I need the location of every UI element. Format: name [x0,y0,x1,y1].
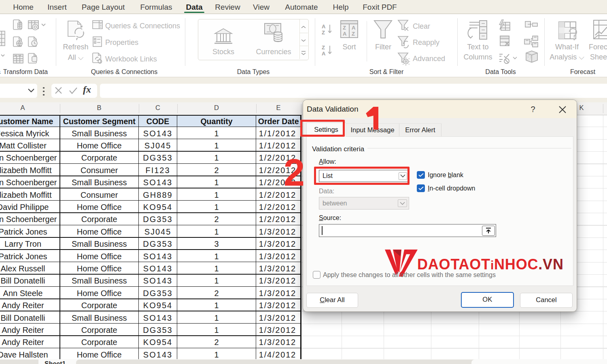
svg-text:Z: Z [352,31,355,37]
svg-text:A: A [343,31,347,37]
svg-text:A: A [322,23,326,30]
svg-text:A: A [352,25,356,31]
svg-text:Z: Z [322,30,325,36]
svg-text:Z: Z [322,44,325,51]
svg-text:J: J [528,55,530,59]
svg-text:Z: Z [343,25,346,31]
svg-text:A: A [322,51,326,57]
